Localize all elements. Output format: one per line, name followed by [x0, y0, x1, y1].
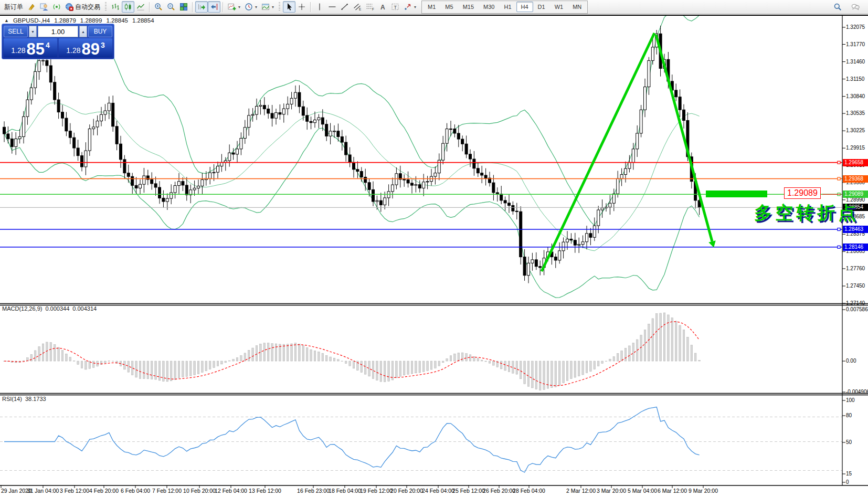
time-axis[interactable]: 29 Jan 202031 Jan 04:003 Feb 12:004 Feb … — [0, 485, 868, 497]
timeframe-h4-button[interactable]: H4 — [516, 2, 533, 12]
timeframe-m5-button[interactable]: M5 — [440, 2, 458, 12]
profile-icon — [40, 3, 48, 11]
text-label-icon: T — [391, 3, 399, 11]
rsi-value: 38.1733 — [25, 396, 46, 402]
chevron-down-icon[interactable]: ▾ — [414, 5, 416, 9]
crosshair-button[interactable] — [295, 1, 308, 13]
trendline-up[interactable] — [542, 33, 654, 271]
text-button[interactable]: A — [376, 1, 389, 13]
collapse-icon[interactable]: ▲ — [4, 18, 9, 23]
profile-button[interactable] — [38, 1, 50, 13]
macd-label: MACD(12,26,9) 0.000344 0.004314 — [2, 305, 97, 312]
one-click-trading-panel: SELL ▼ ▲ BUY 1.28 85 4 1.28 89 3 — [2, 24, 114, 59]
chat-button[interactable] — [849, 1, 862, 13]
buy-price[interactable]: 1.28 89 3 — [59, 38, 112, 57]
text-label-button[interactable]: T — [389, 1, 401, 13]
signals-button[interactable] — [50, 1, 63, 13]
zoom-out-button[interactable] — [165, 1, 177, 13]
timeframe-m15-button[interactable]: M15 — [458, 2, 479, 12]
equidistant-channel-button[interactable]: E — [351, 1, 364, 13]
timeframe-m1-button[interactable]: M1 — [423, 2, 440, 12]
time-tick-label: 19 Feb 12:00 — [360, 488, 393, 494]
volume-down-button[interactable]: ▼ — [29, 26, 37, 37]
zoom-in-button[interactable] — [152, 1, 165, 13]
chevron-down-icon[interactable]: ▾ — [272, 5, 274, 9]
svg-text:A: A — [380, 4, 385, 11]
sell-price-base: 1.28 — [11, 46, 25, 55]
candle-chart-type-button[interactable] — [122, 1, 134, 13]
horizontal-line-button[interactable] — [326, 1, 338, 13]
periods-icon — [245, 3, 253, 11]
templates-icon — [261, 3, 270, 11]
chevron-down-icon[interactable]: ▾ — [238, 5, 240, 9]
price-tick-label: 1.30535 — [846, 110, 865, 116]
line-chart-type-button[interactable] — [134, 1, 147, 13]
equidistant-channel-icon: E — [353, 3, 362, 11]
bar-chart-type-button[interactable] — [109, 1, 122, 13]
chart-shift-button[interactable] — [208, 1, 220, 13]
search-button[interactable] — [831, 1, 844, 13]
toolbar-separator — [192, 2, 193, 12]
auto-trading-button[interactable]: 自动交易 — [63, 1, 102, 13]
sell-button[interactable]: SELL — [4, 26, 28, 37]
timeframe-d1-button[interactable]: D1 — [533, 2, 550, 12]
metaeditor-button[interactable] — [25, 1, 38, 13]
time-tick-label: 2 Mar 12:00 — [566, 488, 596, 494]
timeframe-mn-button[interactable]: MN — [568, 2, 586, 12]
svg-text:E: E — [359, 7, 362, 11]
arrowhead-icon — [708, 240, 716, 247]
price-level-label[interactable]: 1.29089 — [784, 187, 821, 199]
search-icon — [833, 3, 842, 11]
time-tick-label: 6 Feb 04:00 — [121, 488, 150, 494]
toolbar: 新订单自动交易▾▾▾EFAT▾M1M5M15M30H1H4D1W1MN — [0, 0, 868, 14]
trendline-button[interactable] — [338, 1, 351, 13]
rsi-name: RSI(14) — [2, 396, 22, 402]
macd-histogram — [3, 313, 700, 390]
indicator-tick-label: 15 — [846, 471, 852, 477]
trendline-down-arrow[interactable] — [656, 35, 712, 241]
price-tick-label: 1.31460 — [846, 59, 865, 65]
panel-frames — [0, 16, 868, 488]
fibonacci-button[interactable]: F — [364, 1, 376, 13]
toolbar-grip — [105, 2, 107, 12]
text-icon: A — [378, 3, 387, 11]
price-tick-label: 1.29915 — [846, 145, 865, 151]
toolbar-right — [831, 1, 862, 13]
thick-green-bar[interactable] — [706, 191, 767, 197]
arrows-button[interactable]: ▾ — [401, 1, 418, 13]
macd-signal-value: 0.004314 — [72, 305, 97, 312]
chart-canvas[interactable] — [0, 16, 868, 497]
buy-button[interactable]: BUY — [88, 26, 112, 37]
cursor-button[interactable] — [283, 1, 295, 13]
chevron-down-icon[interactable]: ▾ — [255, 5, 257, 9]
time-tick-label: 26 Feb 20:00 — [483, 488, 515, 494]
vertical-line-button[interactable] — [313, 1, 326, 13]
zoom-out-icon — [167, 3, 175, 11]
symbol-title: GBPUSD-,H4 — [13, 17, 50, 24]
toolbar-separator — [223, 2, 224, 12]
timeframe-h1-button[interactable]: H1 — [499, 2, 516, 12]
indicator-tick-label: 0.007586 — [846, 306, 868, 312]
line-chart-type-icon — [136, 3, 145, 11]
periods-button[interactable]: ▾ — [242, 1, 259, 13]
tile-windows-button[interactable] — [177, 1, 190, 13]
new-order-button[interactable]: 新订单 — [2, 1, 25, 13]
buy-price-big: 89 — [81, 42, 99, 56]
main-chart — [0, 16, 842, 298]
price-tick-label: 1.32075 — [846, 24, 865, 30]
time-tick-label: 20 Feb 20:00 — [390, 488, 423, 494]
price-tick-label: 1.30840 — [846, 93, 865, 99]
timeframe-m30-button[interactable]: M30 — [479, 2, 499, 12]
indicators-button[interactable]: ▾ — [226, 1, 242, 13]
auto-trading-icon — [65, 3, 73, 11]
macd-value: 0.000344 — [45, 305, 69, 312]
candle-chart-type-icon — [124, 3, 132, 11]
templates-button[interactable]: ▾ — [259, 1, 276, 13]
auto-scroll-button[interactable] — [195, 1, 208, 13]
macd-signal-line — [4, 322, 700, 386]
volume-up-button[interactable]: ▲ — [79, 26, 87, 37]
chart-annotation[interactable]: 多空转折点 — [754, 201, 859, 225]
sell-price[interactable]: 1.28 85 4 — [4, 38, 57, 57]
volume-input[interactable] — [38, 26, 78, 37]
timeframe-w1-button[interactable]: W1 — [550, 2, 568, 12]
